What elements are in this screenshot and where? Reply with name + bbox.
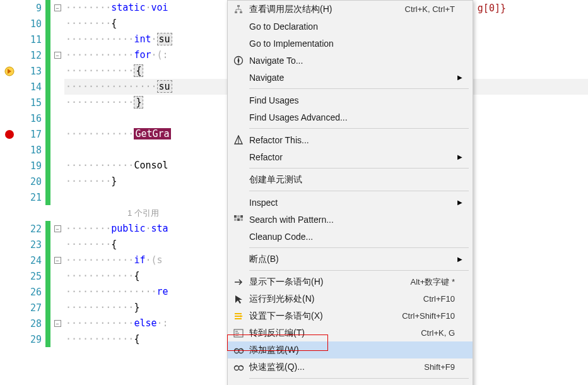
gutter-row: 20 (0, 174, 64, 189)
menu-item[interactable]: Refactor▶ (228, 148, 473, 165)
change-bar (45, 110, 50, 126)
line-number: 11 (19, 34, 45, 45)
fold-toggle[interactable]: − (54, 320, 61, 327)
menu-item[interactable]: Refactor This... (228, 131, 473, 148)
parameter-hint: g[0]} (478, 3, 506, 14)
menu-item[interactable]: 查看调用层次结构(H)Ctrl+K, Ctrl+T (228, 1, 473, 18)
line-number: 20 (19, 176, 45, 187)
change-bar (45, 0, 50, 16)
gutter-row: 17 (0, 126, 64, 142)
change-bar (45, 32, 50, 47)
menu-item[interactable]: 转到反汇编(T)Ctrl+K, G (228, 324, 473, 341)
pattern-icon (228, 215, 249, 225)
menu-item-label: 显示下一条语句(H) (249, 276, 411, 288)
line-number: 28 (19, 318, 45, 329)
line-number: 24 (19, 255, 45, 266)
next-stmt-icon (228, 277, 249, 287)
menu-item-shortcut: Ctrl+Shift+F10 (402, 311, 457, 321)
compass-icon (228, 56, 249, 66)
svg-rect-6 (237, 215, 240, 218)
gutter-row: 29 (0, 331, 64, 347)
change-bar (45, 189, 50, 205)
change-bar (45, 221, 50, 237)
menu-item[interactable]: 断点(B)▶ (228, 251, 473, 268)
gutter-row: 12− (0, 47, 64, 63)
fold-toggle[interactable]: − (54, 4, 61, 11)
refactor-icon (228, 135, 249, 145)
gutter-row: 23 (0, 237, 64, 252)
change-bar (45, 331, 50, 347)
menu-item[interactable]: 显示下一条语句(H)Alt+数字键 * (228, 273, 473, 290)
gutter-row: 18 (0, 142, 64, 158)
menu-item[interactable]: Cleanup Code... (228, 228, 473, 245)
line-number: 12 (19, 50, 45, 61)
menu-item-shortcut: Ctrl+K, G (421, 328, 457, 338)
line-number: 21 (19, 192, 45, 203)
gutter-row: 24− (0, 252, 64, 268)
line-number: 9 (19, 3, 45, 14)
change-bar (45, 63, 50, 79)
menu-item-label: Navigate (249, 73, 457, 83)
fold-toggle[interactable]: − (54, 225, 61, 232)
menu-item-label: Go to Implementation (249, 38, 457, 49)
svg-rect-8 (234, 218, 237, 221)
svg-rect-1 (237, 5, 240, 7)
line-number: 27 (19, 302, 45, 314)
submenu-arrow-icon: ▶ (457, 74, 466, 81)
change-bar (45, 158, 50, 174)
menu-item-label: Inspect (249, 198, 457, 208)
gutter-row: 27 (0, 300, 64, 316)
svg-rect-7 (240, 215, 243, 218)
set-stmt-icon (228, 311, 249, 321)
menu-separator (249, 270, 469, 271)
submenu-arrow-icon: ▶ (457, 199, 466, 206)
menu-item[interactable]: 运行到光标处(N)Ctrl+F10 (228, 290, 473, 307)
menu-item-label: Go to Declaration (249, 21, 457, 32)
menu-item-label: Search with Pattern... (249, 215, 457, 225)
menu-item-label: Refactor This... (249, 135, 457, 145)
line-number: 15 (19, 97, 45, 109)
fold-toggle[interactable]: − (54, 257, 61, 264)
menu-item-label: 转到反汇编(T) (249, 328, 421, 339)
gutter-row: 19 (0, 158, 64, 174)
gutter-row: 21 (0, 189, 64, 205)
gutter-row: 25 (0, 268, 64, 284)
svg-rect-5 (234, 215, 237, 218)
change-bar (45, 300, 50, 316)
breakpoint-icon[interactable] (5, 130, 14, 139)
menu-item[interactable]: Navigate To... (228, 52, 473, 69)
submenu-arrow-icon: ▶ (457, 256, 466, 263)
gutter-row: 26 (0, 284, 64, 300)
fold-toggle[interactable]: − (54, 52, 61, 59)
menu-item[interactable]: Find Usages Advanced... (228, 109, 473, 126)
menu-separator (249, 247, 469, 248)
cursor-icon (228, 294, 249, 304)
menu-item[interactable]: Search with Pattern... (228, 211, 473, 228)
line-number: 17 (19, 129, 45, 140)
menu-item[interactable]: Go to Implementation (228, 35, 473, 52)
menu-separator (249, 88, 469, 89)
menu-item[interactable]: 设置下一条语句(X)Ctrl+Shift+F10 (228, 307, 473, 324)
change-bar (45, 79, 50, 95)
menu-item[interactable]: Inspect▶ (228, 194, 473, 211)
menu-item[interactable]: Navigate▶ (228, 69, 473, 86)
menu-item[interactable]: 添加监视(W) (228, 341, 473, 358)
menu-item-label: Find Usages (249, 95, 457, 105)
menu-item[interactable]: 创建单元测试 (228, 171, 473, 188)
menu-item[interactable]: 快速监视(Q)...Shift+F9 (228, 358, 473, 376)
change-bar (45, 284, 50, 300)
menu-item-label: 快速监视(Q)... (249, 362, 424, 373)
svg-rect-9 (237, 218, 240, 221)
menu-item[interactable]: Go to Declaration (228, 18, 473, 35)
line-number: 13 (19, 66, 45, 77)
gutter-row: 9− (0, 0, 64, 16)
menu-item[interactable]: Find Usages (228, 92, 473, 109)
menu-separator (249, 191, 469, 191)
menu-separator (249, 128, 469, 129)
menu-item-shortcut: Ctrl+K, Ctrl+T (405, 4, 457, 14)
gutter-row: 14 (0, 79, 64, 95)
gutter-row: 15 (0, 95, 64, 110)
menu-item[interactable]: 交互执行Ctrl+E, Ctrl+E (228, 381, 473, 385)
hierarchy-icon (228, 4, 249, 15)
svg-rect-3 (240, 11, 242, 13)
